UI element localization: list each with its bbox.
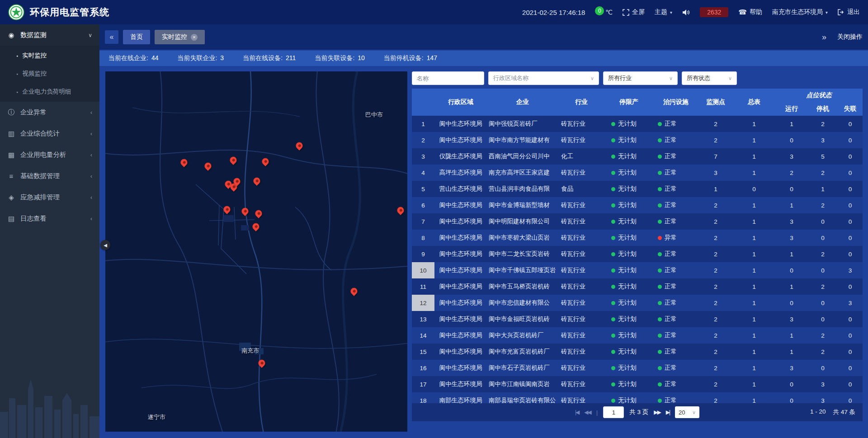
- map-pin[interactable]: [396, 206, 405, 215]
- page-size-select[interactable]: 20 ∨: [675, 406, 699, 418]
- sidebar-group-log-view[interactable]: ▤ 日志查看 ‹: [0, 208, 99, 229]
- close-icon[interactable]: ×: [191, 34, 198, 41]
- table-row[interactable]: 7 阆中生态环境局 阆中明阳建材有限公司 砖瓦行业 无计划: [412, 213, 863, 230]
- last-page-button[interactable]: ▶|: [666, 409, 670, 415]
- facility-status-label: 正常: [665, 120, 677, 128]
- cell-points: 2: [698, 246, 733, 262]
- theme-menu[interactable]: 主题 ▾: [655, 8, 672, 16]
- cell-run: 1: [775, 327, 808, 344]
- table-row[interactable]: 12 阆中生态环境局 阆中市忠信建材有限公 砖瓦行业 无计划: [412, 295, 863, 311]
- cell-limit-status: 无计划: [604, 246, 653, 262]
- table-row[interactable]: 5 营山生态环境局 营山县润丰肉食品有限 食品 无计划: [412, 181, 863, 197]
- sidebar-group-emergency-reduction[interactable]: ◈ 应急减排管理 ‹: [0, 187, 99, 208]
- map-pin[interactable]: [203, 161, 213, 171]
- table-row[interactable]: 16 阆中生态环境局 阆中市石子页岩机砖厂 砖瓦行业 无计划: [412, 360, 863, 376]
- table-row[interactable]: 1 阆中生态环境局 阆中强锐页岩砖厂 砖瓦行业 无计划: [412, 116, 863, 132]
- logout-button[interactable]: 退出: [838, 8, 860, 16]
- cell-meters: 1: [733, 262, 775, 278]
- map-pin[interactable]: [251, 222, 261, 231]
- cell-points: 7: [698, 148, 733, 165]
- next-page-button[interactable]: ▶▶: [654, 409, 660, 415]
- row-index: 1: [412, 116, 434, 132]
- name-filter-input[interactable]: [412, 71, 484, 85]
- cell-company: 阆中市石子页岩机砖厂: [487, 360, 558, 376]
- tab-home[interactable]: 首页: [123, 30, 150, 44]
- row-index: 7: [412, 213, 434, 230]
- region-select[interactable]: 行政区域名称 ∨: [488, 71, 599, 85]
- alarm-count-badge[interactable]: 2632: [700, 7, 728, 17]
- map-pin[interactable]: [252, 176, 261, 185]
- limit-status-label: 无计划: [618, 380, 637, 388]
- cell-region: 阆中生态环境局: [434, 116, 487, 132]
- cell-run: 2: [775, 165, 808, 181]
- alarm-speaker-button[interactable]: [682, 9, 690, 16]
- sidebar-group-power-analysis[interactable]: ▦ 企业用电量分析 ‹: [0, 144, 99, 165]
- table-row[interactable]: 8 阆中生态环境局 阆中市枣碧大梁山页岩 砖瓦行业 无计划: [412, 230, 863, 246]
- table-row[interactable]: 15 阆中生态环境局 阆中市光富页岩机砖厂 砖瓦行业 无计划: [412, 344, 863, 360]
- tabs-scroll-right-button[interactable]: »: [817, 30, 831, 44]
- collapse-map-button[interactable]: ◀: [100, 240, 110, 250]
- page-number-input[interactable]: [603, 406, 624, 418]
- limit-status-label: 无计划: [618, 364, 637, 372]
- sidebar-group-company-abnormal[interactable]: ⓘ 企业异常 ‹: [0, 102, 99, 123]
- cell-stop: 2: [808, 197, 838, 213]
- sidebar-item-power-load-detail[interactable]: ● 企业电力负荷明细: [0, 83, 99, 101]
- tab-realtime-monitor[interactable]: 实时监控 ×: [155, 30, 205, 44]
- table-row[interactable]: 9 阆中生态环境局 阆中市二龙长宝页岩砖 砖瓦行业 无计划: [412, 246, 863, 262]
- org-menu[interactable]: 南充市生态环境局 ▾: [772, 8, 828, 16]
- cell-lost: 0: [838, 116, 863, 132]
- tabs-scroll-left-button[interactable]: «: [105, 30, 118, 44]
- chevron-left-icon: ‹: [90, 109, 92, 116]
- status-select[interactable]: 所有状态 ∨: [682, 71, 737, 85]
- status-dot: [658, 382, 662, 386]
- table-row[interactable]: 10 阆中生态环境局 阆中市千佛镇五郎垭页岩 砖瓦行业 无计划: [412, 262, 863, 278]
- status-dot: [658, 366, 662, 370]
- map-pin[interactable]: [260, 156, 270, 166]
- map-pin[interactable]: [257, 358, 266, 368]
- map-pin[interactable]: [349, 286, 359, 296]
- table-row[interactable]: 4 高坪生态环境局 南充市高坪区王家店建 砖瓦行业 无计划: [412, 165, 863, 181]
- sidebar-item-realtime-monitor[interactable]: ● 实时监控: [0, 47, 99, 65]
- map-pin[interactable]: [222, 204, 231, 214]
- map-pin[interactable]: [179, 158, 189, 167]
- sidebar-group-label: 数据监测: [20, 31, 47, 39]
- sidebar-item-video-monitor[interactable]: ● 视频监控: [0, 65, 99, 83]
- industry-select[interactable]: 所有行业 ∨: [603, 71, 678, 85]
- facility-status-label: 正常: [665, 169, 677, 177]
- table-row[interactable]: 11 阆中生态环境局 阆中市五马桥页岩机砖 砖瓦行业 无计划: [412, 278, 863, 295]
- cell-region: 阆中生态环境局: [434, 311, 487, 327]
- status-dot: [611, 252, 615, 256]
- status-dot: [658, 301, 662, 305]
- map-pin[interactable]: [254, 209, 263, 218]
- status-dot: [658, 155, 662, 159]
- table-row[interactable]: 17 阆中生态环境局 阆中市江南镇阆南页岩 砖瓦行业 无计划: [412, 376, 863, 392]
- fullscreen-button[interactable]: 全屏: [623, 8, 645, 16]
- table-row[interactable]: 6 阆中生态环境局 阆中市金博瑞新型墙材 砖瓦行业 无计划: [412, 197, 863, 213]
- table-row[interactable]: 18 南部生态环境局 南部县瑞华页岩砖有限公 砖瓦行业 无计划: [412, 392, 863, 403]
- facility-status-label: 正常: [665, 266, 677, 274]
- table-row[interactable]: 14 阆中生态环境局 阆中大兴页岩机砖厂 砖瓦行业 无计划: [412, 327, 863, 344]
- stat-item: 当前失联企业: 3: [177, 54, 243, 62]
- cell-lost: 0: [838, 132, 863, 148]
- cell-facility-status: 正常: [653, 148, 698, 165]
- map-panel[interactable]: 巴中市 南充市 遂宁市: [105, 71, 407, 432]
- prev-page-button[interactable]: ◀◀: [584, 409, 590, 415]
- table-row[interactable]: 3 仪陇生态环境局 西南油气田分公司川中 化工 无计划: [412, 148, 863, 165]
- map-pin[interactable]: [228, 155, 238, 165]
- cell-meters: 1: [733, 165, 775, 181]
- map-pin[interactable]: [294, 141, 304, 150]
- status-dot: [658, 236, 662, 240]
- table-row[interactable]: 2 阆中生态环境局 阆中市南方节能建材有 砖瓦行业 无计划: [412, 132, 863, 148]
- sidebar-group-base-data[interactable]: ≡ 基础数据管理 ‹: [0, 165, 99, 187]
- help-button[interactable]: ☎ 帮助: [738, 8, 762, 16]
- cell-meters: 1: [733, 327, 775, 344]
- first-page-button[interactable]: |◀: [575, 409, 579, 415]
- cell-points: 2: [698, 116, 733, 132]
- map-pin[interactable]: [240, 206, 250, 216]
- sidebar-group-company-statistics[interactable]: ▥ 企业综合统计 ‹: [0, 123, 99, 144]
- table-row[interactable]: 13 阆中生态环境局 阆中市金福旺页岩机砖 砖瓦行业 无计划: [412, 311, 863, 327]
- cell-run: 0: [775, 295, 808, 311]
- close-operations-menu[interactable]: 关闭操作: [837, 33, 863, 41]
- cell-run: 3: [775, 213, 808, 230]
- sidebar-group-data-monitoring[interactable]: ◉ 数据监测 ∨: [0, 24, 99, 46]
